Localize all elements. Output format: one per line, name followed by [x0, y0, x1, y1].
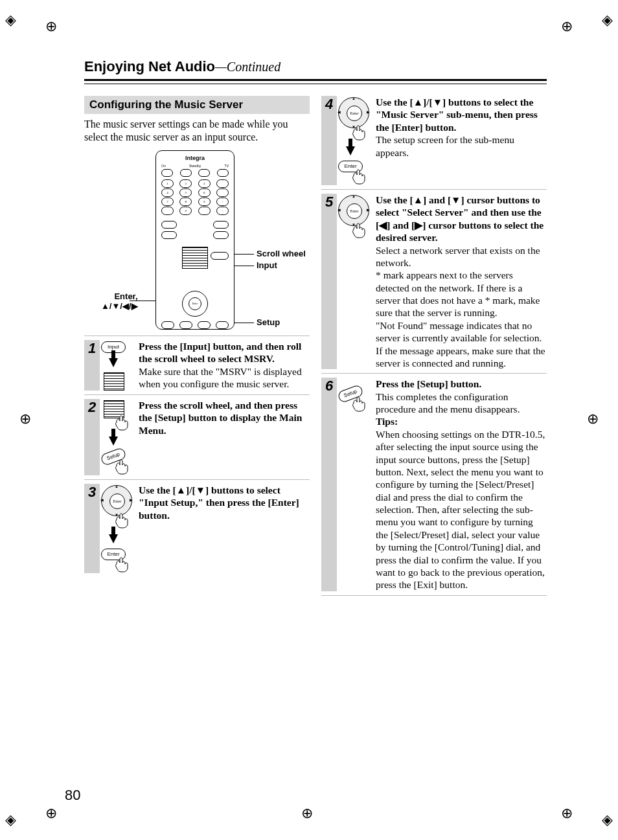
step-text: Use the [▲]/[▼] buttons to select "Input… — [137, 484, 310, 573]
step-bold: Press the scroll wheel, and then press t… — [139, 400, 302, 436]
num-2: 2 — [179, 179, 192, 188]
num-3: 3 — [198, 179, 211, 188]
step-3: 3 ▲ ▼ ◀ ▶ Enter Enter — [84, 479, 310, 573]
step-1: 1 Input Press the [Input] button, and th… — [84, 335, 310, 391]
step-number: 1 — [84, 340, 100, 391]
callout-setup: Setup — [257, 317, 280, 327]
hand-press-icon — [113, 412, 135, 431]
down-arrow-icon — [109, 534, 118, 543]
step-bold: Press the [Input] button, and then roll … — [139, 341, 301, 364]
step-body: Select a network server that exists on t… — [376, 245, 545, 369]
step-icon-cell: Setup — [100, 399, 137, 475]
enter-icon: Enter — [347, 203, 362, 219]
num-0: 0 — [179, 207, 192, 215]
enter-icon: Enter — [347, 106, 362, 121]
step-icon-cell: ▲ ▼ ◀ ▶ Enter Enter — [337, 96, 374, 185]
remote-diagram: Integra On Standby TV 1 2 — [84, 150, 310, 332]
step-6: 6 Setup Press the [Setup] button. This c… — [321, 373, 547, 595]
header-title-text: Enjoying Net Audio — [84, 58, 215, 74]
num-9: 9 — [198, 198, 211, 206]
callout-line — [235, 266, 254, 266]
step-number: 5 — [321, 194, 337, 369]
step-icon-cell: Setup — [337, 378, 374, 591]
custom-button — [161, 221, 177, 229]
reg-mark-icon: ◈ — [602, 13, 613, 27]
step-text: Press the scroll wheel, and then press t… — [137, 399, 310, 475]
hand-press-icon — [350, 393, 372, 413]
callout-enter: Enter, ▲/▼/◀/▶ — [101, 291, 138, 311]
reg-mark-icon: ⊕ — [45, 806, 57, 821]
step-icon-cell: ▲ ▼ ◀ ▶ Enter Enter — [100, 484, 137, 573]
step-2: 2 Setup Press the scroll wheel, and then… — [84, 394, 310, 475]
step-body: The setup screen for the sub-menu appear… — [376, 134, 514, 157]
enter-button: Enter — [189, 297, 201, 310]
callout-arrows: ▲/▼/◀/▶ — [101, 301, 138, 311]
hand-press-icon — [113, 456, 135, 475]
reg-mark-icon: ⊕ — [561, 806, 573, 821]
reg-mark-icon: ⊕ — [45, 19, 57, 34]
header-continued: —Continued — [215, 60, 280, 74]
standby-label: Standby — [189, 164, 201, 168]
manual-page: ◈ ⊕ ◈ ⊕ ⊕ ⊕ ◈ ⊕ ⊕ ◈ ⊕ Enjoying Net Audio… — [0, 0, 618, 840]
callout-enter-text: Enter, — [114, 291, 137, 301]
hand-press-icon — [350, 122, 372, 141]
step-number: 4 — [321, 96, 337, 185]
callout-scroll-wheel: Scroll wheel — [257, 249, 306, 258]
hand-press-icon — [113, 554, 135, 573]
step-4: 4 ▲ ▼ ◀ ▶ Enter Enter — [321, 96, 547, 185]
num-ext — [216, 179, 229, 188]
remote-outline: Integra On Standby TV 1 2 — [155, 150, 235, 330]
bottom-btn-3 — [198, 321, 211, 329]
input-button — [211, 252, 229, 260]
down-arrow-icon — [346, 146, 355, 155]
right-small-button — [213, 231, 229, 239]
num-8: 8 — [179, 198, 192, 206]
callout-line — [235, 254, 254, 255]
page-header: Enjoying Net Audio—Continued — [84, 58, 547, 78]
down-arrow-icon — [109, 358, 118, 367]
left-small-button — [161, 231, 177, 239]
step-body: Make sure that the "MSRV" is displayed w… — [139, 366, 302, 389]
callout-input: Input — [257, 260, 277, 270]
reg-mark-icon: ⊕ — [587, 412, 599, 426]
tv-button — [198, 169, 210, 177]
num-minus: - — [216, 207, 229, 215]
step-bold: Press the [Setup] button. — [376, 378, 481, 389]
header-rule — [84, 79, 547, 84]
step-icon-cell: Input — [100, 340, 137, 391]
reg-mark-icon: ◈ — [5, 813, 16, 827]
step-number: 6 — [321, 378, 337, 591]
num-ext3 — [198, 207, 211, 215]
power-on-button — [161, 169, 173, 177]
enter-icon: Enter — [109, 494, 125, 509]
step-bold: Use the [▲]/[▼] buttons to select "Input… — [139, 484, 299, 521]
bottom-btn-4 — [216, 321, 229, 329]
reg-mark-icon: ⊕ — [561, 19, 573, 34]
down-arrow-icon — [109, 437, 118, 446]
hand-press-icon — [350, 220, 372, 239]
step-text: Use the [▲]/[▼] buttons to select the "M… — [374, 96, 547, 185]
tv-label: TV — [225, 164, 229, 168]
tips-label: Tips: — [376, 416, 398, 427]
hand-press-icon — [113, 510, 135, 529]
setup-button — [179, 321, 192, 329]
step-text: Press the [Input] button, and then roll … — [137, 340, 310, 391]
num-ext2 — [216, 188, 229, 197]
step-icon-cell: ▲ ▼ ◀ ▶ Enter — [337, 194, 374, 369]
callout-line — [235, 323, 254, 323]
remote-brand: Integra — [156, 155, 234, 161]
step-5: 5 ▲ ▼ ◀ ▶ Enter Use the [▲] and [▼] curs… — [321, 189, 547, 369]
num-5: 5 — [179, 188, 192, 197]
left-column: Configuring the Music Server The music s… — [84, 96, 310, 600]
section-heading: Configuring the Music Server — [84, 96, 310, 114]
step-bold: Use the [▲]/[▼] buttons to select the "M… — [376, 96, 538, 133]
reg-mark-icon: ◈ — [5, 13, 16, 27]
dpad: Enter — [173, 288, 216, 319]
num-4: 4 — [161, 188, 174, 197]
num-plus: + — [216, 198, 229, 206]
step-body: This completes the configuration procedu… — [376, 391, 520, 414]
step-number: 3 — [84, 484, 100, 573]
num-10 — [161, 207, 174, 215]
num-1: 1 — [161, 179, 174, 188]
bottom-btn-1 — [161, 321, 174, 329]
